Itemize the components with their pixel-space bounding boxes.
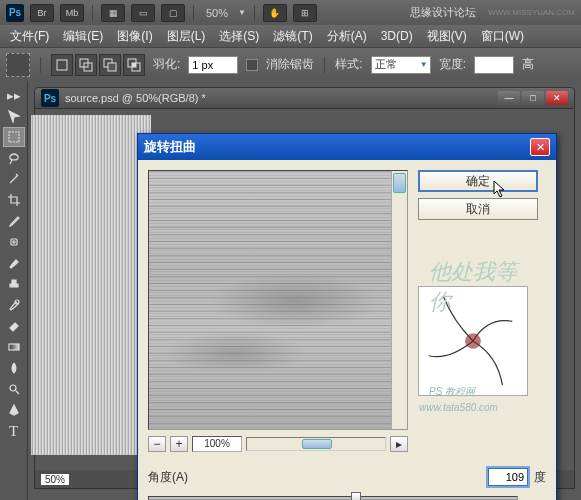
preview-section: − + 100% ▸ (148, 170, 408, 454)
slider-thumb[interactable] (351, 492, 361, 500)
view-mode-button[interactable]: ▭ (131, 4, 155, 22)
selection-add-icon[interactable] (75, 54, 97, 76)
antialias-label: 消除锯齿 (266, 56, 314, 73)
style-value: 正常 (375, 57, 397, 72)
close-button[interactable]: ✕ (546, 91, 568, 105)
bridge-button[interactable]: Br (30, 4, 54, 22)
ps-logo-icon: Ps (41, 89, 59, 107)
slider-row (138, 496, 556, 500)
watermark-small: PS 教程网 (429, 385, 475, 399)
selection-new-icon[interactable] (51, 54, 73, 76)
preview-scrollbar-h[interactable] (246, 437, 386, 451)
width-input[interactable] (474, 56, 514, 74)
dodge-tool-icon[interactable] (3, 379, 25, 399)
eraser-tool-icon[interactable] (3, 316, 25, 336)
menu-view[interactable]: 视图(V) (421, 26, 473, 47)
zoom-level[interactable]: 50% (202, 7, 232, 19)
brush-tool-icon[interactable] (3, 253, 25, 273)
maximize-button[interactable]: □ (522, 91, 544, 105)
menu-image[interactable]: 图像(I) (111, 26, 158, 47)
menu-layer[interactable]: 图层(L) (161, 26, 212, 47)
scrollbar-thumb[interactable] (393, 173, 406, 193)
dialog-close-button[interactable]: ✕ (530, 138, 550, 156)
preview-controls: − + 100% ▸ (148, 434, 408, 454)
zoom-dropdown-icon[interactable]: ▼ (238, 8, 246, 17)
twirl-dialog: 旋转扭曲 ✕ − + 100% ▸ 确定 取消 (137, 133, 557, 500)
current-tool-icon[interactable] (6, 53, 30, 77)
zoom-in-button[interactable]: + (170, 436, 188, 452)
selection-subtract-icon[interactable] (99, 54, 121, 76)
separator (193, 5, 194, 21)
feather-input[interactable] (188, 56, 238, 74)
blur-tool-icon[interactable] (3, 358, 25, 378)
stamp-tool-icon[interactable] (3, 274, 25, 294)
minibridge-button[interactable]: Mb (60, 4, 84, 22)
canvas-content (31, 115, 151, 455)
angle-slider[interactable] (148, 496, 518, 500)
options-bar: 羽化: 消除锯齿 样式: 正常 宽度: 高 (0, 47, 581, 81)
angle-unit: 度 (534, 469, 546, 486)
scrollbar-thumb-h[interactable] (302, 439, 332, 449)
pen-tool-icon[interactable] (3, 400, 25, 420)
menu-filter[interactable]: 滤镜(T) (267, 26, 318, 47)
angle-input[interactable] (488, 468, 528, 486)
view-extras-button[interactable]: ▦ (101, 4, 125, 22)
healing-tool-icon[interactable] (3, 232, 25, 252)
wand-tool-icon[interactable] (3, 169, 25, 189)
dialog-title: 旋转扭曲 (144, 138, 530, 156)
hand-tool-button[interactable]: ✋ (263, 4, 287, 22)
dialog-titlebar[interactable]: 旋转扭曲 ✕ (138, 134, 556, 160)
svg-rect-11 (9, 344, 19, 350)
tools-panel: ▸▸ T (0, 81, 28, 500)
cancel-button[interactable]: 取消 (418, 198, 538, 220)
angle-label: 角度(A) (148, 469, 188, 486)
eyedropper-tool-icon[interactable] (3, 211, 25, 231)
tool-handle-icon[interactable]: ▸▸ (3, 85, 25, 105)
selection-mode-group (51, 54, 145, 76)
separator (254, 5, 255, 21)
selection-intersect-icon[interactable] (123, 54, 145, 76)
document-titlebar[interactable]: Ps source.psd @ 50%(RGB/8) * — □ ✕ (34, 87, 575, 109)
watermark-url2: www.tata580.com (419, 402, 498, 413)
crop-tool-icon[interactable] (3, 190, 25, 210)
minimize-button[interactable]: — (498, 91, 520, 105)
watermark-url: WWW.MISSYUAN.COM (488, 8, 575, 17)
gradient-tool-icon[interactable] (3, 337, 25, 357)
menu-edit[interactable]: 编辑(E) (57, 26, 109, 47)
preview-scrollbar-v[interactable] (391, 171, 407, 429)
menu-bar: 文件(F) 编辑(E) 图像(I) 图层(L) 选择(S) 滤镜(T) 分析(A… (0, 25, 581, 47)
preview-zoom[interactable]: 100% (192, 436, 242, 452)
menu-3d[interactable]: 3D(D) (375, 27, 419, 45)
dialog-body: − + 100% ▸ 确定 取消 他处我等你 (138, 160, 556, 464)
angle-row: 角度(A) 度 (138, 464, 556, 496)
ok-button[interactable]: 确定 (418, 170, 538, 192)
type-tool-icon[interactable]: T (3, 421, 25, 441)
dialog-buttons: 确定 取消 他处我等你 PS 教程网 www.tata580.com (418, 170, 538, 454)
effect-thumbnail: 他处我等你 PS 教程网 www.tata580.com (418, 286, 528, 396)
menu-file[interactable]: 文件(F) (4, 26, 55, 47)
feather-label: 羽化: (153, 56, 180, 73)
lasso-tool-icon[interactable] (3, 148, 25, 168)
move-tool-icon[interactable] (3, 106, 25, 126)
menu-window[interactable]: 窗口(W) (475, 26, 530, 47)
status-zoom[interactable]: 50% (41, 474, 69, 485)
width-label: 宽度: (439, 56, 466, 73)
zoom-out-button[interactable]: − (148, 436, 166, 452)
arrange-button[interactable]: ⊞ (293, 4, 317, 22)
style-label: 样式: (335, 56, 362, 73)
separator (92, 5, 93, 21)
svg-rect-4 (108, 63, 116, 71)
history-brush-icon[interactable] (3, 295, 25, 315)
height-label: 高 (522, 56, 534, 73)
screen-mode-button[interactable]: ▢ (161, 4, 185, 22)
ps-logo: Ps (6, 4, 24, 22)
app-bar: Ps Br Mb ▦ ▭ ▢ 50% ▼ ✋ ⊞ 思缘设计论坛 WWW.MISS… (0, 0, 581, 25)
preview-box[interactable] (148, 170, 408, 430)
antialias-checkbox[interactable] (246, 59, 258, 71)
menu-select[interactable]: 选择(S) (213, 26, 265, 47)
style-select[interactable]: 正常 (371, 56, 431, 74)
marquee-tool-icon[interactable] (3, 127, 25, 147)
watermark-text: 思缘设计论坛 (410, 5, 476, 20)
scroll-right-button[interactable]: ▸ (390, 436, 408, 452)
menu-analysis[interactable]: 分析(A) (321, 26, 373, 47)
